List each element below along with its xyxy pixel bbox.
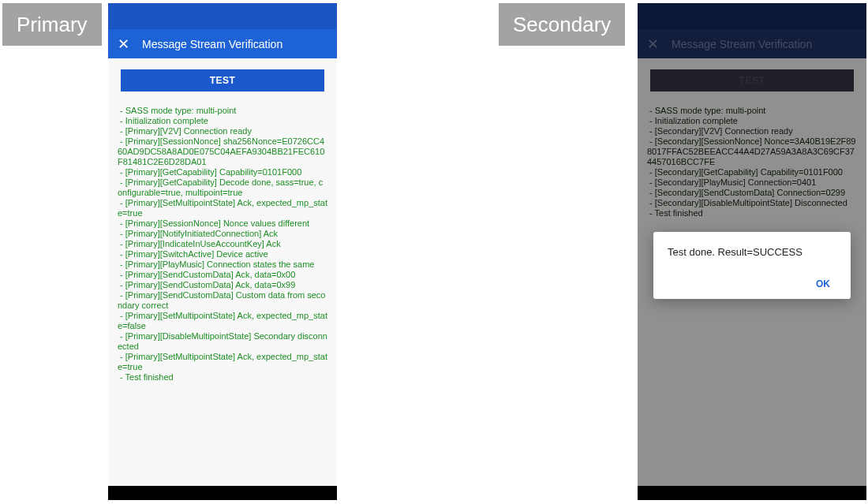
primary-label: Primary <box>2 3 102 46</box>
secondary-label-text: Secondary <box>513 13 611 37</box>
test-button: TEST <box>650 69 854 91</box>
dialog-ok-button[interactable]: OK <box>810 274 836 293</box>
primary-status-bar <box>108 3 337 29</box>
primary-nav-bar <box>108 486 337 500</box>
secondary-nav-bar <box>638 486 866 500</box>
app-bar-title: Message Stream Verification <box>142 38 282 50</box>
close-icon: ✕ <box>647 37 659 51</box>
test-button[interactable]: TEST <box>121 69 324 91</box>
primary-content: TEST - SASS mode type: multi-point - Ini… <box>108 58 337 486</box>
secondary-device: ✕ Message Stream Verification TEST - SAS… <box>638 3 866 500</box>
primary-device: ✕ Message Stream Verification TEST - SAS… <box>108 3 337 500</box>
secondary-label: Secondary <box>499 3 625 46</box>
primary-log-output: - SASS mode type: multi-point - Initiali… <box>118 106 327 383</box>
secondary-app-bar: ✕ Message Stream Verification <box>638 29 866 58</box>
secondary-status-bar <box>638 3 866 29</box>
primary-app-bar: ✕ Message Stream Verification <box>108 29 337 58</box>
result-dialog: Test done. Result=SUCCESS OK <box>653 232 851 299</box>
close-icon[interactable]: ✕ <box>118 37 129 51</box>
secondary-log-output: - SASS mode type: multi-point - Initiali… <box>647 106 857 218</box>
dialog-message: Test done. Result=SUCCESS <box>668 246 836 258</box>
app-bar-title: Message Stream Verification <box>672 38 812 50</box>
primary-label-text: Primary <box>17 13 88 37</box>
dialog-actions: OK <box>668 274 836 293</box>
